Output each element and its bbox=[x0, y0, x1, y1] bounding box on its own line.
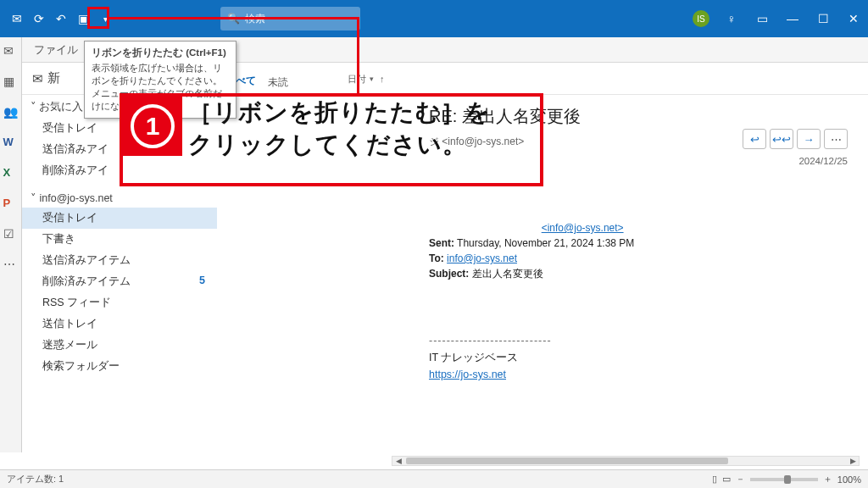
preview-date: 2024/12/25 bbox=[798, 156, 848, 166]
word-rail-icon[interactable]: W bbox=[3, 136, 19, 151]
hdr-from: From: ITベースナレッジ <info@jo-sys.net> bbox=[429, 220, 848, 236]
filter-unread[interactable]: 未読 bbox=[268, 75, 288, 95]
reply-all-button[interactable]: ↩↩ bbox=[770, 129, 793, 149]
maximize-button[interactable]: ☐ bbox=[809, 0, 837, 37]
sort-by-date[interactable]: 日付 ▾ ↑ bbox=[348, 63, 385, 95]
scroll-left-icon[interactable]: ◀ bbox=[392, 457, 404, 465]
chevron-down-icon: ▾ bbox=[370, 75, 374, 83]
reply-button[interactable]: ↩ bbox=[743, 129, 766, 149]
annotation-highlight-qat bbox=[87, 7, 109, 29]
mail-rail-icon[interactable]: ✉ bbox=[3, 44, 19, 59]
zoom-value: 100% bbox=[837, 474, 861, 485]
annotation-step-badge: 1 bbox=[123, 97, 182, 156]
folder-deleted[interactable]: 削除済みアイテム5 bbox=[22, 271, 217, 292]
scroll-right-icon[interactable]: ▶ bbox=[847, 457, 859, 465]
view-normal-icon[interactable]: ▯ bbox=[712, 474, 717, 485]
folder-drafts[interactable]: 下書き bbox=[22, 229, 217, 250]
excel-rail-icon[interactable]: X bbox=[3, 166, 19, 181]
folder-inbox[interactable]: 受信トレイ bbox=[22, 208, 217, 229]
ribbon-display-icon[interactable]: ▭ bbox=[748, 0, 776, 37]
calendar-rail-icon[interactable]: ▦ bbox=[3, 75, 19, 90]
powerpoint-rail-icon[interactable]: P bbox=[3, 197, 19, 212]
zoom-out-button[interactable]: － bbox=[736, 473, 745, 485]
outlook-icon: ✉ bbox=[8, 10, 25, 27]
avatar[interactable]: IS bbox=[687, 0, 715, 37]
status-item-count: アイテム数: 1 bbox=[7, 473, 64, 485]
new-mail-label: 新 bbox=[47, 70, 60, 86]
tab-file[interactable]: ファイル bbox=[34, 42, 78, 58]
hdr-sent: Sent: Thursday, November 21, 2024 1:38 P… bbox=[429, 236, 848, 251]
people-rail-icon[interactable]: 👥 bbox=[3, 105, 19, 120]
scroll-thumb[interactable] bbox=[406, 458, 728, 464]
annotation-step-number: 1 bbox=[131, 104, 175, 148]
preview-h-scrollbar[interactable]: ◀ ▶ bbox=[392, 456, 860, 466]
signature-name: IT ナレッジベース bbox=[429, 349, 848, 366]
coming-soon-icon[interactable]: ♀ bbox=[717, 0, 746, 37]
status-bar: アイテム数: 1 ▯ ▭ － ＋ 100% bbox=[0, 469, 868, 488]
annotation-connector-h bbox=[108, 17, 359, 19]
signature-link[interactable]: https://jo-sys.net bbox=[429, 369, 506, 380]
view-reading-icon[interactable]: ▭ bbox=[722, 474, 731, 485]
zoom-in-button[interactable]: ＋ bbox=[823, 473, 832, 485]
mail-icon: ✉ bbox=[32, 71, 43, 86]
annotation-connector-v bbox=[357, 17, 359, 95]
zoom-slider[interactable] bbox=[750, 478, 818, 481]
close-button[interactable]: ✕ bbox=[839, 0, 868, 37]
folder-search[interactable]: 検索フォルダー bbox=[22, 356, 217, 377]
folder-outbox[interactable]: 送信トレイ bbox=[22, 313, 217, 335]
sort-arrow-up-icon: ↑ bbox=[380, 74, 385, 84]
app-left-rail: ✉ ▦ 👥 W X P ☑ ⋯ bbox=[0, 37, 22, 452]
folder-rss[interactable]: RSS フィード bbox=[22, 292, 217, 313]
todo-rail-icon[interactable]: ☑ bbox=[3, 227, 19, 242]
hdr-to: To: info@jo-sys.net bbox=[429, 251, 848, 266]
folder-junk[interactable]: 迷惑メール bbox=[22, 335, 217, 356]
minimize-button[interactable]: — bbox=[778, 0, 807, 37]
preview-actions: ↩ ↩↩ → ⋯ bbox=[743, 129, 848, 149]
new-mail-button[interactable]: ✉ 新 bbox=[32, 70, 60, 86]
more-actions-button[interactable]: ⋯ bbox=[824, 129, 848, 149]
undo-icon[interactable]: ↶ bbox=[53, 10, 70, 27]
avatar-initials: IS bbox=[693, 10, 709, 27]
annotation-instruction-text: ［リボンを折りたたむ］を クリックしてください。 bbox=[188, 97, 491, 161]
folder-sent[interactable]: 送信済みアイテム bbox=[22, 250, 217, 271]
more-rail-icon[interactable]: ⋯ bbox=[3, 258, 19, 273]
window-controls: IS ♀ ▭ — ☐ ✕ bbox=[687, 0, 868, 37]
sync-icon[interactable]: ⟳ bbox=[31, 10, 47, 27]
account-header[interactable]: ˅ info@jo-sys.net bbox=[22, 188, 217, 208]
hdr-subject: Subject: 差出人名変更後 bbox=[429, 266, 848, 281]
signature-divider: ---------------------------- bbox=[429, 332, 848, 349]
forward-button[interactable]: → bbox=[797, 129, 821, 149]
tooltip-title: リボンを折りたたむ (Ctrl+F1) bbox=[92, 47, 229, 59]
